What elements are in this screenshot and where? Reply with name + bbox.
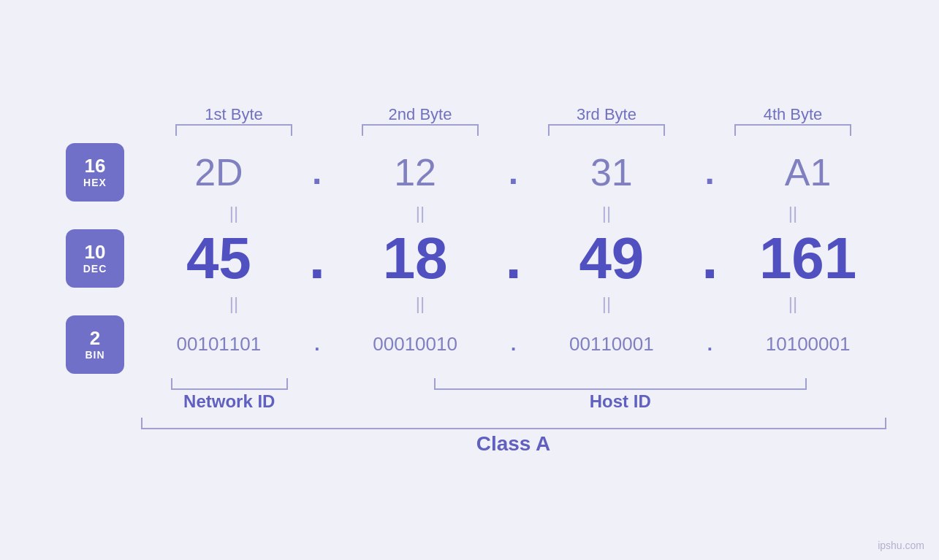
bin-val-1: 00101101 — [139, 333, 299, 356]
eq-1-3: || — [514, 202, 700, 225]
dec-base-number: 10 — [85, 242, 106, 263]
spacer-dot-2 — [318, 391, 354, 412]
dec-val-1: 45 — [139, 225, 299, 292]
top-bracket-3 — [548, 124, 665, 136]
eq-1-4: || — [700, 202, 886, 225]
dec-dot-3: . — [691, 225, 728, 292]
bin-val-4: 10100001 — [728, 333, 888, 356]
dec-val-2: 18 — [335, 225, 495, 292]
watermark: ipshu.com — [878, 540, 924, 551]
dec-dot-1: . — [299, 225, 335, 292]
top-bracket-2 — [362, 124, 479, 136]
hex-val-4: A1 — [728, 150, 888, 194]
eq-2-3: || — [514, 292, 700, 315]
bracket-col-2 — [327, 124, 514, 136]
byte-label-2: 2nd Byte — [327, 105, 514, 124]
class-bracket — [141, 418, 886, 429]
dec-base-label: DEC — [83, 263, 107, 275]
host-id-label: Host ID — [590, 391, 651, 411]
bracket-col-1 — [141, 124, 327, 136]
dec-badge-col: 10 DEC — [51, 229, 139, 288]
class-label: Class A — [141, 432, 886, 456]
network-bracket-col — [141, 378, 319, 390]
byte-label-4: 4th Byte — [700, 105, 886, 124]
dec-badge: 10 DEC — [66, 229, 124, 288]
dec-val-3: 49 — [532, 225, 692, 292]
hex-badge-col: 16 HEX — [51, 143, 139, 202]
equals-row-1: || || || || — [141, 202, 886, 225]
hex-base-number: 16 — [85, 156, 106, 177]
hex-val-1: 2D — [139, 150, 299, 194]
hex-dot-2: . — [495, 152, 532, 192]
dec-dot-2: . — [495, 225, 532, 292]
bin-dot-1: . — [299, 333, 335, 356]
network-id-label: Network ID — [183, 391, 275, 411]
eq-2-1: || — [141, 292, 327, 315]
hex-values-row: 2D . 12 . 31 . A1 — [139, 150, 888, 194]
bin-val-3: 00110001 — [532, 333, 692, 356]
bottom-brackets-section — [141, 378, 886, 390]
network-label-col: Network ID — [141, 391, 319, 412]
section-labels-row: Network ID Host ID — [141, 391, 886, 412]
bin-base-label: BIN — [85, 349, 104, 361]
host-bottom-bracket — [434, 378, 807, 390]
bin-dot-2: . — [495, 333, 532, 356]
top-brackets-row — [141, 124, 886, 136]
byte-label-3: 3rd Byte — [514, 105, 700, 124]
equals-row-2: || || || || — [141, 292, 886, 315]
hex-base-label: HEX — [83, 177, 107, 188]
dec-values-row: 45 . 18 . 49 . 161 — [139, 225, 888, 292]
dec-row: 10 DEC 45 . 18 . 49 . 161 — [51, 225, 888, 292]
eq-1-1: || — [141, 202, 327, 225]
hex-dot-3: . — [691, 152, 728, 192]
host-bracket-col — [354, 378, 886, 390]
hex-val-3: 31 — [532, 150, 692, 194]
hex-val-2: 12 — [335, 150, 495, 194]
bin-row: 2 BIN 00101101 . 00010010 . 00110001 . 1… — [51, 315, 888, 374]
class-row: Class A — [141, 418, 886, 456]
host-label-col: Host ID — [354, 391, 886, 412]
bin-badge-col: 2 BIN — [51, 315, 139, 374]
hex-row: 16 HEX 2D . 12 . 31 . A1 — [51, 143, 888, 202]
eq-2-2: || — [327, 292, 514, 315]
byte-labels-row: 1st Byte 2nd Byte 3rd Byte 4th Byte — [141, 105, 886, 124]
eq-2-4: || — [700, 292, 886, 315]
byte-label-1: 1st Byte — [141, 105, 327, 124]
eq-1-2: || — [327, 202, 514, 225]
bracket-col-4 — [700, 124, 886, 136]
top-bracket-4 — [734, 124, 851, 136]
hex-dot-1: . — [299, 152, 335, 192]
bin-dot-3: . — [691, 333, 728, 356]
bin-badge: 2 BIN — [66, 315, 124, 374]
main-container: 1st Byte 2nd Byte 3rd Byte 4th Byte 16 H… — [0, 0, 939, 560]
hex-badge: 16 HEX — [66, 143, 124, 202]
network-bottom-bracket — [171, 378, 288, 390]
bin-base-number: 2 — [90, 328, 100, 349]
bin-values-row: 00101101 . 00010010 . 00110001 . 1010000… — [139, 333, 888, 356]
bracket-col-3 — [514, 124, 700, 136]
bin-val-2: 00010010 — [335, 333, 495, 356]
top-bracket-1 — [175, 124, 292, 136]
dec-val-4: 161 — [728, 225, 888, 292]
